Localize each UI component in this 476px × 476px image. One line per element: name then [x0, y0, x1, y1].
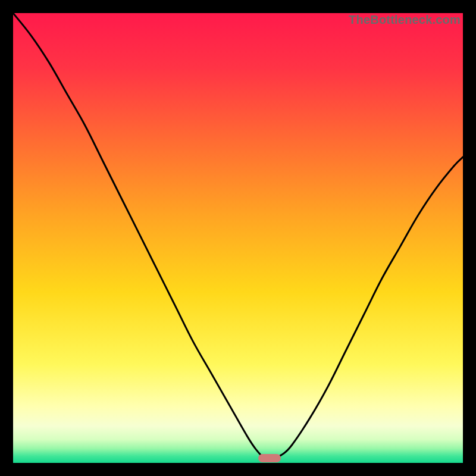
chart-frame: TheBottleneck.com [0, 0, 476, 476]
watermark-text: TheBottleneck.com [349, 13, 461, 27]
plot-area [13, 13, 463, 463]
curve-layer [13, 13, 463, 463]
optimal-marker [258, 454, 281, 462]
bottleneck-curve [13, 13, 463, 459]
plot-outer: TheBottleneck.com [13, 13, 463, 463]
